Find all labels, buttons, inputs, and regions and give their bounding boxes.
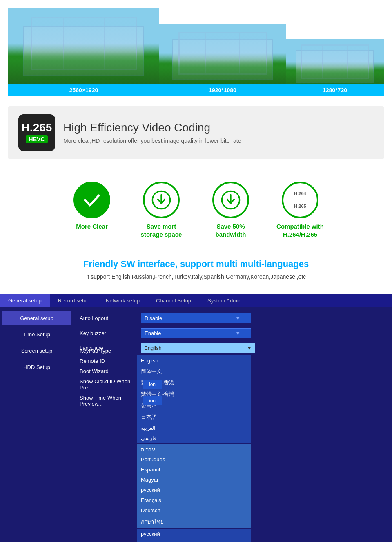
auto-logout-value: Disable [145,315,162,321]
h265-badge-text: H.265 [22,122,52,133]
dvr-sidebar: General setup Time Setup Screen setup HD… [0,307,74,542]
dvr-tab-general[interactable]: General setup [0,294,50,307]
resolution-label-large: 2560×1920 [8,84,159,96]
remote-id-label: Remote ID [80,358,137,364]
h264-h265-badge: H.264 → H.265 [294,191,306,209]
save-bandwidth-icon [212,182,249,218]
resolution-label-small: 1280*720 [286,84,384,96]
language-arrow: ▼ [247,345,252,351]
lang-portuguese[interactable]: Português [137,454,251,464]
checkmark-svg [82,190,102,210]
key-buzzer-arrow: ▼ [235,330,241,336]
feature-save-bandwidth: Save 50%bandwidth [204,182,257,238]
languages-title: Friendly SW interface, support multi mul… [8,259,384,269]
lang-japanese[interactable]: 日本語 [137,411,251,423]
save-bandwidth-label: Save 50%bandwidth [216,222,246,238]
save-storage-icon [143,182,180,218]
features-section: More Clear Save mortstorage space Save 5… [0,169,392,251]
cloud-id-row: Show Cloud ID When Pre... ion [80,378,162,391]
more-clear-label: More Clear [76,222,108,231]
show-time-row: Show Time When Preview... ion [80,395,162,407]
lang-thai[interactable]: ภาษาไทย [137,515,251,528]
h265-title: High Efficiency Video Coding [63,121,241,134]
lang-spanish[interactable]: Español [137,464,251,475]
auto-logout-arrow: ▼ [235,315,241,321]
key-buzzer-label: Key buzzer [80,330,137,336]
h265-content: High Efficiency Video Coding More clear,… [63,121,241,144]
resolution-medium: 1920*1080 [159,24,286,96]
language-dropdown-container: English 简体中文 繁體中文-香港 繁體中文-台灣 한국어 日本語 الع… [137,355,386,542]
lang-french-2[interactable]: Français [137,539,251,542]
languages-subtitle: It support English,Russian,French,Turkey… [8,273,384,280]
compatible-label: Compatible withH.264/H.265 [276,222,324,238]
dvr-tab-channel[interactable]: Channel Setup [148,294,199,307]
boot-wizard-row: Boot Wizard [80,368,162,374]
keypad-label: KeyPad Type [80,348,137,354]
resolution-image-large [8,8,159,96]
resolution-section: 2560×1920 1920*1080 1280*720 [0,0,392,96]
lang-french[interactable]: Français [137,495,251,505]
dvr-tab-record[interactable]: Record setup [50,294,98,307]
lang-farsi[interactable]: فارسی [137,433,251,443]
lang-hebrew[interactable]: עברית [137,444,251,454]
h265-badge: H.265 HEVC [18,114,55,151]
checkmark-icon [74,182,110,218]
lang-russian[interactable]: русский [137,485,251,495]
dvr-tab-bar: General setup Record setup Network setup… [0,294,392,307]
auto-logout-label: Auto Logout [80,315,137,321]
key-buzzer-row: Key buzzer Enable ▼ [80,328,386,338]
dvr-tab-network[interactable]: Network setup [98,294,148,307]
show-time-btn[interactable]: ion [143,396,162,405]
key-buzzer-value: Enable [145,330,161,336]
lang-german[interactable]: Deutsch [137,505,251,515]
dvr-sidebar-general[interactable]: General setup [2,311,71,325]
lang-arabic[interactable]: العربية [137,423,251,433]
resolution-large: 2560×1920 [8,8,159,96]
feature-more-clear: More Clear [65,182,118,231]
dvr-sidebar-hdd[interactable]: HDD Setup [2,360,71,374]
boot-wizard-label: Boot Wizard [80,368,137,374]
resolution-label-medium: 1920*1080 [159,84,286,96]
dvr-main: Auto Logout Disable ▼ Key buzzer Enable … [74,307,392,542]
auto-logout-select[interactable]: Disable ▼ [141,313,251,323]
dvr-content: General setup Time Setup Screen setup HD… [0,307,392,542]
language-dropdown-3: русский Français Deutsch ภาษาไทย tiếng V… [137,529,251,542]
dvr-section: General setup Record setup Network setup… [0,294,392,542]
save-storage-label: Save mortstorage space [141,222,182,238]
lang-russian-2[interactable]: русский [137,529,251,539]
other-form-rows: KeyPad Type Remote ID Boot Wizard Show C… [80,348,162,411]
dvr-tab-system[interactable]: System Admin [199,294,249,307]
hevc-badge-text: HEVC [26,135,48,143]
compatible-icon: H.264 → H.265 [282,182,318,218]
download-circle-svg [151,190,172,210]
cloud-id-label: Show Cloud ID When Pre... [80,378,137,391]
feature-save-storage: Save mortstorage space [135,182,188,238]
h265-section: H.265 HEVC High Efficiency Video Coding … [8,106,384,159]
show-time-label: Show Time When Preview... [80,395,137,407]
languages-section: Friendly SW interface, support multi mul… [0,251,392,288]
keypad-row: KeyPad Type [80,348,162,354]
bandwidth-svg [220,190,241,210]
remote-id-row: Remote ID [80,358,162,364]
dvr-sidebar-time[interactable]: Time Setup [2,327,71,342]
auto-logout-row: Auto Logout Disable ▼ [80,313,386,323]
h265-subtitle: More clear,HD resolution offer you best … [63,138,241,144]
key-buzzer-select[interactable]: Enable ▼ [141,328,251,338]
dvr-sidebar-screen[interactable]: Screen setup [2,344,71,358]
lang-magyar[interactable]: Magyar [137,475,251,485]
language-dropdown-2: עברית Português Español Magyar русский F… [137,444,251,528]
feature-compatible: H.264 → H.265 Compatible withH.264/H.265 [274,182,327,238]
cloud-id-btn[interactable]: ion [143,380,162,389]
resolution-small: 1280*720 [286,39,384,96]
